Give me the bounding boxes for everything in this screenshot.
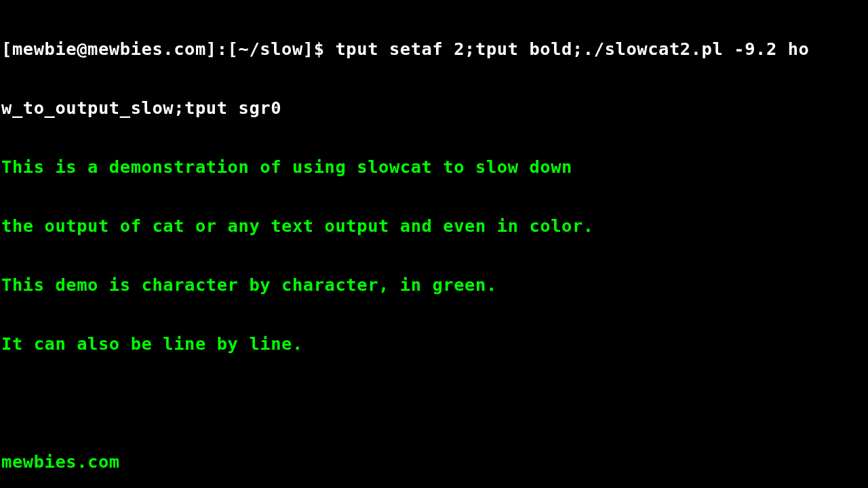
terminal-window[interactable]: [mewbie@mewbies.com]:[~/slow]$ tput seta… (0, 0, 868, 488)
output-line-3: This demo is character by character, in … (1, 275, 867, 295)
blank-line (1, 393, 867, 413)
prompt-line-2: w_to_output_slow;tput sgr0 (1, 98, 867, 118)
output-line-4: It can also be line by line. (1, 334, 867, 354)
output-line-1: This is a demonstration of using slowcat… (1, 157, 867, 177)
output-line-2: the output of cat or any text output and… (1, 216, 867, 236)
site-line: mewbies.com (1, 452, 867, 472)
prompt-line-1: [mewbie@mewbies.com]:[~/slow]$ tput seta… (1, 39, 867, 59)
